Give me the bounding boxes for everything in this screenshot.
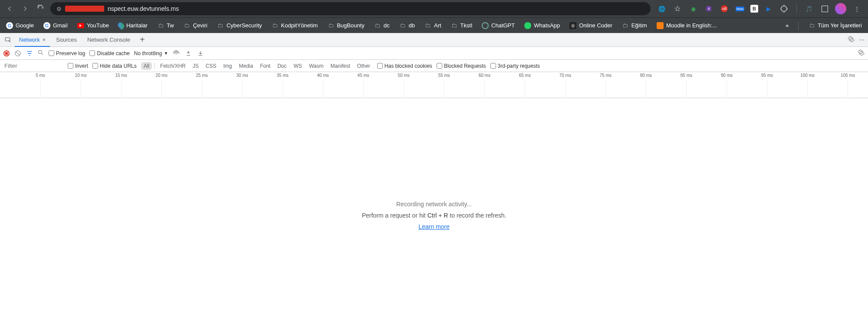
filter-type-media[interactable]: Media	[236, 62, 256, 70]
inspect-element-icon[interactable]	[3, 35, 13, 45]
bookmark-tw[interactable]: 🗀Tw	[155, 20, 176, 31]
bookmark-youtube[interactable]: YouTube	[76, 20, 111, 30]
export-har-icon[interactable]	[197, 50, 204, 56]
bookmark-dc[interactable]: 🗀dc	[372, 20, 391, 31]
site-info-icon[interactable]: ⚙	[56, 6, 62, 12]
filter-type-css[interactable]: CSS	[203, 62, 219, 70]
tab-network[interactable]: Network×	[15, 33, 50, 47]
network-settings-icon[interactable]	[858, 49, 865, 57]
youtube-icon	[77, 23, 84, 28]
filter-type-doc[interactable]: Doc	[275, 62, 289, 70]
folder-icon: 🗀	[327, 22, 334, 29]
bookmark-maps[interactable]: Haritalar	[117, 20, 149, 31]
empty-line1: Recording network activity...	[396, 201, 472, 208]
filter-type-fetchxhr[interactable]: Fetch/XHR	[158, 62, 188, 70]
folder-icon: 🗀	[622, 22, 629, 29]
bookmark-egitim[interactable]: 🗀Eğitim	[620, 20, 649, 31]
bookmark-google[interactable]: GGoogle	[4, 20, 36, 31]
forward-button[interactable]	[19, 3, 31, 15]
bookmark-cybersecurity[interactable]: 🗀CyberSecurity	[215, 20, 264, 31]
search-icon[interactable]	[37, 49, 44, 57]
learn-more-link[interactable]: Learn more	[418, 223, 450, 230]
bookmarks-bar: GGoogle GGmail YouTube Haritalar 🗀Tw 🗀Çe…	[0, 17, 868, 33]
profile-avatar[interactable]	[835, 3, 846, 14]
throttling-select[interactable]: No throttling▼	[134, 50, 168, 56]
all-bookmarks[interactable]: 🗀Tüm Yer İşaretleri	[806, 20, 864, 31]
filter-type-manifest[interactable]: Manifest	[328, 62, 352, 70]
tab-network-console[interactable]: Network Console	[83, 33, 135, 46]
close-icon[interactable]: ×	[43, 36, 46, 43]
tab-sources[interactable]: Sources	[52, 33, 81, 46]
bookmark-art[interactable]: 🗀Art	[423, 20, 443, 31]
network-timeline[interactable]: 5 ms10 ms15 ms20 ms25 ms30 ms35 ms40 ms4…	[0, 72, 868, 98]
settings-gear-icon[interactable]	[848, 36, 855, 44]
url-text: nspect.euw.devtunnels.ms	[108, 5, 179, 12]
filter-type-ws[interactable]: WS	[291, 62, 305, 70]
filter-type-font[interactable]: Font	[257, 62, 273, 70]
filter-type-wasm[interactable]: Wasm	[306, 62, 326, 70]
timeline-grid	[0, 80, 868, 98]
bookmark-whatsapp[interactable]: WhatsApp	[523, 20, 562, 31]
filter-type-all[interactable]: All	[141, 62, 152, 70]
folder-icon: 🗀	[451, 22, 458, 29]
extension-new-icon[interactable]: New	[735, 3, 745, 14]
filter-type-img[interactable]: Img	[220, 62, 234, 70]
hide-data-urls-checkbox[interactable]: Hide data URLs	[92, 63, 137, 69]
bookmark-moodle[interactable]: Moodle in English:...	[655, 20, 719, 31]
timeline-tick: 25 ms	[196, 73, 207, 78]
browser-menu-icon[interactable]: ⋮	[852, 3, 862, 14]
filter-type-js[interactable]: JS	[190, 62, 201, 70]
svg-point-2	[39, 50, 42, 54]
network-toolbar: Preserve log Disable cache No throttling…	[0, 47, 868, 60]
bookmark-gmail[interactable]: GGmail	[42, 20, 69, 31]
bookmark-tkstl[interactable]: 🗀Tkstl	[449, 20, 474, 31]
import-har-icon[interactable]	[184, 50, 192, 56]
folder-icon: 🗀	[808, 22, 815, 29]
redacted-url	[65, 6, 104, 12]
extensions-menu-icon[interactable]	[779, 3, 789, 14]
bookmark-bugbounty[interactable]: 🗀BugBounty	[326, 20, 366, 31]
more-menu-icon[interactable]: ⋯	[859, 36, 865, 43]
folder-icon: 🗀	[424, 22, 431, 29]
bookmark-onlinecoder[interactable]: ◎Online Coder	[568, 20, 614, 31]
back-button[interactable]	[3, 3, 16, 15]
blocked-requests-checkbox[interactable]: Blocked Requests	[437, 63, 486, 69]
timeline-tick: 100 ms	[800, 73, 815, 78]
folder-icon: 🗀	[157, 22, 164, 29]
disable-cache-checkbox[interactable]: Disable cache	[89, 50, 129, 56]
invert-checkbox[interactable]: Invert	[68, 63, 88, 69]
third-party-checkbox[interactable]: 3rd-party requests	[490, 63, 540, 69]
bookmarks-overflow[interactable]: »	[784, 20, 790, 30]
extension-media-icon[interactable]: ▶	[763, 3, 774, 14]
filter-toggle-icon[interactable]	[26, 50, 33, 57]
media-control-icon[interactable]: 🎵	[804, 3, 814, 14]
google-icon: G	[6, 22, 13, 29]
bookmark-db[interactable]: 🗀db	[398, 20, 417, 31]
extension-purple-icon[interactable]: 4	[704, 3, 714, 14]
bookmark-kodpit[interactable]: 🗀KodpitYönetim	[270, 20, 320, 31]
add-tab-button[interactable]: +	[136, 35, 148, 45]
record-button[interactable]	[3, 50, 10, 56]
onlinecoder-icon: ◎	[569, 22, 576, 29]
folder-icon: 🗀	[399, 22, 406, 29]
timeline-tick: 15 ms	[115, 73, 127, 78]
translate-icon[interactable]: 🌐	[657, 3, 667, 14]
filter-type-other[interactable]: Other	[355, 62, 373, 70]
extension-green-icon[interactable]: ◉	[688, 3, 698, 14]
extension-icons: 🌐 ☆ ◉ 4 uB New B ▶ 🎵 ⋮	[654, 3, 865, 14]
address-bar[interactable]: ⚙ nspect.euw.devtunnels.ms	[50, 2, 651, 15]
bookmark-ceviri[interactable]: 🗀Çeviri	[182, 20, 209, 31]
reload-button[interactable]	[35, 3, 47, 15]
extension-b-icon[interactable]: B	[750, 5, 758, 13]
network-conditions-icon[interactable]	[172, 50, 180, 57]
blocked-cookies-checkbox[interactable]: Has blocked cookies	[377, 63, 432, 69]
ublock-icon[interactable]: uB	[719, 3, 730, 14]
bookmark-star-icon[interactable]: ☆	[672, 3, 683, 14]
maps-icon	[117, 21, 125, 30]
bookmark-chatgpt[interactable]: ChatGPT	[480, 20, 516, 31]
preserve-log-checkbox[interactable]: Preserve log	[49, 50, 85, 56]
filter-input[interactable]	[3, 62, 63, 70]
timeline-tick: 70 ms	[559, 73, 571, 78]
side-panel-icon[interactable]	[819, 3, 830, 14]
clear-button[interactable]	[14, 50, 22, 57]
